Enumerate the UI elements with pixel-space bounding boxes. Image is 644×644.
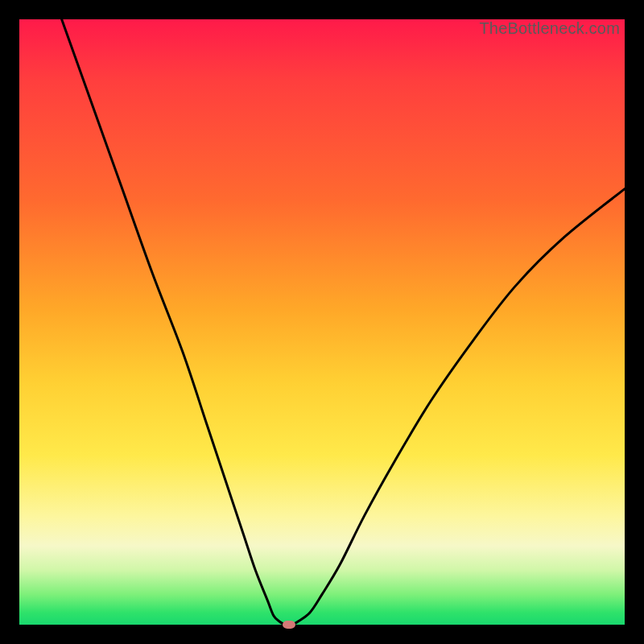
bottleneck-curve bbox=[19, 19, 625, 625]
curve-path bbox=[62, 19, 625, 625]
plot-area: TheBottleneck.com bbox=[19, 19, 625, 625]
chart-frame: TheBottleneck.com bbox=[0, 0, 644, 644]
minimum-marker bbox=[283, 621, 295, 629]
